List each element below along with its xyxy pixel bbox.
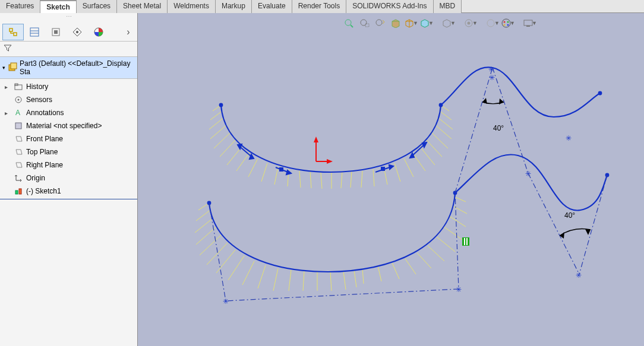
svg-point-106: [345, 20, 351, 26]
expand-icon[interactable]: ▸: [5, 110, 11, 116]
tree-root-label: Part3 (Default) <<Default>_Display Sta: [20, 59, 135, 76]
svg-line-33: [274, 167, 278, 185]
tree-item-annotations[interactable]: ▸ A Annotations: [0, 106, 137, 119]
tab-sheet-metal[interactable]: Sheet Metal: [117, 0, 168, 13]
svg-line-100: [528, 173, 579, 274]
tab-mbd[interactable]: MBD: [434, 0, 462, 13]
tree-item-origin[interactable]: Origin: [0, 172, 137, 185]
tree-item-sensors[interactable]: Sensors: [0, 93, 137, 106]
display-manager-tab-icon[interactable]: [88, 24, 109, 40]
collapse-icon[interactable]: ▾: [2, 65, 5, 71]
svg-line-27: [214, 132, 231, 148]
hide-show-items-icon[interactable]: ▼: [441, 17, 456, 30]
svg-line-91: [330, 272, 332, 291]
spline-handle[interactable]: [276, 167, 291, 174]
funnel-icon[interactable]: [4, 44, 12, 54]
tree-item-material[interactable]: Material <not specified>: [0, 119, 137, 132]
svg-point-119: [507, 21, 509, 23]
feature-tree-tab-icon[interactable]: [2, 24, 24, 40]
svg-line-101: [579, 175, 607, 274]
zoom-to-fit-icon[interactable]: [342, 17, 356, 30]
spline-handle[interactable]: [410, 142, 427, 158]
tab-surfaces[interactable]: Surfaces: [77, 0, 117, 13]
tab-markup[interactable]: Markup: [216, 0, 252, 13]
plane-icon: [13, 135, 24, 143]
tab-sketch[interactable]: Sketch: [40, 0, 76, 13]
tab-render-tools[interactable]: Render Tools: [292, 0, 347, 13]
apply-scene-icon[interactable]: ▼: [485, 17, 500, 30]
zoom-to-area-icon[interactable]: [358, 17, 372, 30]
svg-line-81: [437, 237, 455, 252]
svg-line-79: [449, 216, 466, 227]
svg-marker-22: [327, 159, 333, 164]
tree-item-front-plane[interactable]: Front Plane: [0, 132, 137, 145]
svg-line-71: [207, 243, 228, 265]
previous-view-icon[interactable]: [373, 17, 387, 30]
tab-weldments[interactable]: Weldments: [168, 0, 216, 13]
edit-appearance-icon[interactable]: ▼: [463, 17, 478, 30]
section-view-icon[interactable]: [389, 17, 403, 30]
svg-line-53: [351, 171, 352, 188]
angle-construction-lower[interactable]: [528, 173, 607, 274]
display-style-icon[interactable]: ▼: [419, 17, 434, 30]
svg-marker-103: [585, 229, 591, 235]
plane-icon: [13, 161, 24, 169]
annotations-icon: A: [13, 109, 24, 117]
dimension-angle-lower[interactable]: 40°: [564, 211, 575, 220]
origin-icon: [13, 174, 24, 182]
sketch-spline-lower[interactable]: [209, 193, 455, 272]
tree-item-sketch1[interactable]: (-) Sketch1: [0, 185, 137, 198]
control-point-star[interactable]: ✳ ✳: [223, 285, 462, 306]
appearances-palette-icon[interactable]: ▼: [501, 17, 515, 30]
svg-point-5: [76, 31, 78, 33]
tree-item-top-plane[interactable]: Top Plane: [0, 145, 137, 158]
control-point-star[interactable]: ✳: [566, 134, 572, 142]
rollback-bar[interactable]: [0, 199, 137, 199]
svg-rect-123: [526, 26, 530, 27]
tree-item-right-plane[interactable]: Right Plane: [0, 158, 137, 172]
spline-handle[interactable]: [238, 144, 254, 159]
sketch-spline-right-upper[interactable]: [441, 67, 600, 117]
sketch-spline-right-lower[interactable]: [455, 154, 607, 210]
tree-item-history[interactable]: ▸ History: [0, 80, 137, 93]
panel-grip[interactable]: ⋯: [0, 13, 137, 23]
svg-line-30: [236, 153, 250, 171]
panel-tab-row: ›: [0, 23, 137, 42]
feature-tree: ▸ History Sensors ▸ A Annotations Materi…: [0, 79, 137, 201]
construction-control-polygon-lower[interactable]: [209, 193, 459, 301]
configuration-manager-tab-icon[interactable]: [45, 24, 67, 40]
tree-filter-row: [0, 42, 137, 57]
svg-rect-104: [464, 238, 465, 245]
dimxpert-tab-icon[interactable]: [67, 24, 88, 40]
view-settings-icon[interactable]: ▼: [523, 17, 537, 30]
svg-point-117: [502, 19, 510, 27]
spline-endpoint[interactable]: [598, 91, 602, 96]
svg-line-107: [351, 25, 353, 27]
expand-icon[interactable]: ▸: [5, 84, 11, 90]
graphics-viewport[interactable]: ✳ ✳ ✳ ✳ ✳ ✳ 40° ✳ 40°: [138, 13, 644, 346]
view-orientation-icon[interactable]: ▼: [404, 17, 418, 30]
svg-text:✳: ✳: [223, 297, 229, 306]
spline-endpoint[interactable]: [219, 103, 223, 107]
panel-tabs-overflow-icon[interactable]: ›: [122, 27, 135, 37]
tree-root-part[interactable]: ▾ Part3 (Default) <<Default>_Display Sta: [0, 57, 137, 79]
tab-solidworks-addins[interactable]: SOLIDWORKS Add-Ins: [346, 0, 433, 13]
sketch-relation-icon[interactable]: [462, 237, 469, 246]
svg-line-32: [261, 163, 267, 182]
svg-line-43: [412, 153, 425, 171]
svg-rect-105: [466, 238, 468, 245]
sketch-scene: ✳ ✳ ✳ ✳ ✳ ✳ 40° ✳ 40°: [138, 13, 644, 346]
svg-line-74: [242, 261, 254, 285]
material-icon: [13, 122, 24, 130]
folder-icon: [13, 82, 24, 91]
property-manager-tab-icon[interactable]: [24, 24, 45, 40]
tab-features[interactable]: Features: [0, 0, 40, 13]
dimension-angle-upper[interactable]: 40°: [493, 124, 504, 132]
control-point-star[interactable]: ✳: [576, 271, 582, 280]
svg-line-35: [299, 171, 301, 188]
tab-evaluate[interactable]: Evaluate: [252, 0, 292, 13]
control-point-star[interactable]: ✳: [488, 65, 494, 74]
control-point-star[interactable]: ✳: [489, 74, 495, 82]
origin-triad: [314, 137, 333, 164]
angle-construction-upper[interactable]: [455, 68, 528, 193]
